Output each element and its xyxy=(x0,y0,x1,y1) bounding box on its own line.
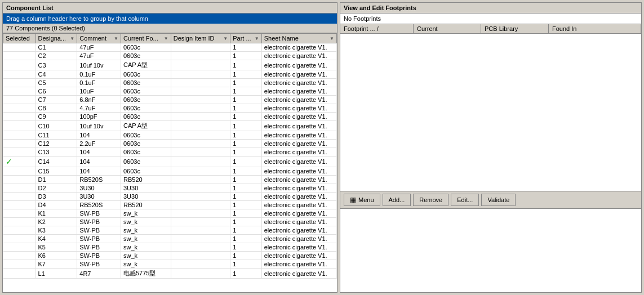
designitem-cell xyxy=(171,96,230,104)
table-row[interactable]: K7SW-PBsw_k1electronic cigarette V1. xyxy=(3,260,337,269)
table-row[interactable]: C76.8nF0603c1electronic cigarette V1. xyxy=(3,96,337,104)
comment-cell: SW-PB xyxy=(77,226,121,235)
table-row[interactable]: K1SW-PBsw_k1electronic cigarette V1. xyxy=(3,209,337,218)
designator-cell: C8 xyxy=(35,104,77,113)
table-row[interactable]: C147uF0603c1electronic cigarette V1. xyxy=(3,43,337,52)
table-row[interactable]: D33U303U301electronic cigarette V1. xyxy=(3,193,337,201)
table-row[interactable]: C50.1uF0603c1electronic cigarette V1. xyxy=(3,79,337,87)
table-row[interactable]: D4RB520SRB5201electronic cigarette V1. xyxy=(3,201,337,209)
comment-cell: 100pF xyxy=(77,113,121,121)
sheet-cell: electronic cigarette V1. xyxy=(261,140,336,148)
designator-cell: K3 xyxy=(35,226,77,235)
table-row[interactable]: K4SW-PBsw_k1electronic cigarette V1. xyxy=(3,235,337,243)
preview-area xyxy=(340,209,641,292)
sheet-cell: electronic cigarette V1. xyxy=(261,96,336,104)
comment-cell: SW-PB xyxy=(77,235,121,243)
comment-cell: 104 xyxy=(77,148,121,157)
currentfo-cell: 0603c xyxy=(121,87,171,96)
table-row[interactable]: D1RB520SRB5201electronic cigarette V1. xyxy=(3,176,337,184)
table-row[interactable]: C310uf 10vCAP A型1electronic cigarette V1… xyxy=(3,60,337,70)
designator-cell: L1 xyxy=(35,269,77,279)
sheet-cell: electronic cigarette V1. xyxy=(261,252,336,260)
add-button[interactable]: Add... xyxy=(383,194,411,206)
table-row[interactable]: C1010uf 10vCAP A型1electronic cigarette V… xyxy=(3,121,337,131)
fp-col-footprint[interactable]: Footprint ... / xyxy=(340,24,414,33)
currentfo-cell: sw_k xyxy=(121,235,171,243)
col-currentfo[interactable]: Current Fo... ▼ xyxy=(121,34,171,43)
table-row[interactable]: K3SW-PBsw_k1electronic cigarette V1. xyxy=(3,226,337,235)
part-cell: 1 xyxy=(230,113,262,121)
currentfo-cell: sw_k xyxy=(121,243,171,252)
designator-cell: C2 xyxy=(35,52,77,60)
col-designitem[interactable]: Design Item ID ▼ xyxy=(171,34,230,43)
sheet-cell: electronic cigarette V1. xyxy=(261,201,336,209)
part-cell: 1 xyxy=(230,218,262,226)
menu-button[interactable]: ▦ Menu xyxy=(344,194,380,206)
part-cell: 1 xyxy=(230,148,262,157)
table-row[interactable]: C247uF0603c1electronic cigarette V1. xyxy=(3,52,337,60)
table-row[interactable]: C610uF0603c1electronic cigarette V1. xyxy=(3,87,337,96)
table-row[interactable]: K5SW-PBsw_k1electronic cigarette V1. xyxy=(3,243,337,252)
designator-cell: C9 xyxy=(35,113,77,121)
table-row[interactable]: C131040603c1electronic cigarette V1. xyxy=(3,148,337,157)
component-count: 77 Components (0 Selected) xyxy=(3,24,337,33)
col-part[interactable]: Part ... ▼ xyxy=(230,34,262,43)
part-cell: 1 xyxy=(230,140,262,148)
designator-cell: D3 xyxy=(35,193,77,201)
table-row[interactable]: C111040603c1electronic cigarette V1. xyxy=(3,131,337,140)
col-comment[interactable]: Comment ▼ xyxy=(77,34,121,43)
table-row[interactable]: C84.7uF0603c1electronic cigarette V1. xyxy=(3,104,337,113)
designitem-cell xyxy=(171,269,230,279)
designitem-cell xyxy=(171,87,230,96)
validate-button[interactable]: Validate xyxy=(481,194,516,206)
fp-col-foundin[interactable]: Found In xyxy=(549,24,641,33)
part-cell: 1 xyxy=(230,87,262,96)
comment-cell: 3U30 xyxy=(77,193,121,201)
remove-button[interactable]: Remove xyxy=(413,194,448,206)
currentfo-cell: 电感5775型 xyxy=(121,269,171,279)
designator-cell: K2 xyxy=(35,218,77,226)
table-row[interactable]: C40.1uF0603c1electronic cigarette V1. xyxy=(3,70,337,79)
selected-cell xyxy=(3,193,36,201)
sheet-cell: electronic cigarette V1. xyxy=(261,193,336,201)
part-cell: 1 xyxy=(230,157,262,167)
table-row[interactable]: C122.2uF0603c1electronic cigarette V1. xyxy=(3,140,337,148)
sheet-cell: electronic cigarette V1. xyxy=(261,131,336,140)
part-cell: 1 xyxy=(230,167,262,176)
table-row[interactable]: K6SW-PBsw_k1electronic cigarette V1. xyxy=(3,252,337,260)
sheet-cell: electronic cigarette V1. xyxy=(261,43,336,52)
designitem-cell xyxy=(171,60,230,70)
currentfo-cell: 0603c xyxy=(121,167,171,176)
designator-cell: K4 xyxy=(35,235,77,243)
fp-col-pcblib[interactable]: PCB Library xyxy=(481,24,549,33)
table-row[interactable]: C9100pF0603c1electronic cigarette V1. xyxy=(3,113,337,121)
col-selected[interactable]: Selected xyxy=(3,34,36,43)
table-row[interactable]: C151040603c1electronic cigarette V1. xyxy=(3,167,337,176)
sheet-cell: electronic cigarette V1. xyxy=(261,176,336,184)
table-row[interactable]: K2SW-PBsw_k1electronic cigarette V1. xyxy=(3,218,337,226)
edit-button[interactable]: Edit... xyxy=(451,194,479,206)
comment-cell: SW-PB xyxy=(77,218,121,226)
sheet-cell: electronic cigarette V1. xyxy=(261,243,336,252)
col-sheet[interactable]: Sheet Name ▼ xyxy=(261,34,336,43)
designator-cell: C1 xyxy=(35,43,77,52)
designator-cell: C6 xyxy=(35,87,77,96)
table-row[interactable]: D23U303U301electronic cigarette V1. xyxy=(3,184,337,193)
comment-cell: 47uF xyxy=(77,52,121,60)
sheet-cell: electronic cigarette V1. xyxy=(261,269,336,279)
col-designator[interactable]: Designa... ▼ xyxy=(35,34,77,43)
component-table: Selected Designa... ▼ Comment xyxy=(3,33,337,279)
designitem-cell xyxy=(171,121,230,131)
comment-cell: 10uf 10v xyxy=(77,60,121,70)
selected-cell xyxy=(3,260,36,269)
designitem-cell xyxy=(171,218,230,226)
currentfo-cell: 0603c xyxy=(121,140,171,148)
fp-col-current[interactable]: Current xyxy=(414,24,481,33)
selected-cell xyxy=(3,140,36,148)
selected-cell xyxy=(3,113,36,121)
table-row[interactable]: ✓C141040603c1electronic cigarette V1. xyxy=(3,157,337,167)
designator-cell: C11 xyxy=(35,131,77,140)
table-row[interactable]: L14R7电感5775型1electronic cigarette V1. xyxy=(3,269,337,279)
component-table-container[interactable]: Selected Designa... ▼ Comment xyxy=(3,33,337,292)
selected-cell xyxy=(3,235,36,243)
